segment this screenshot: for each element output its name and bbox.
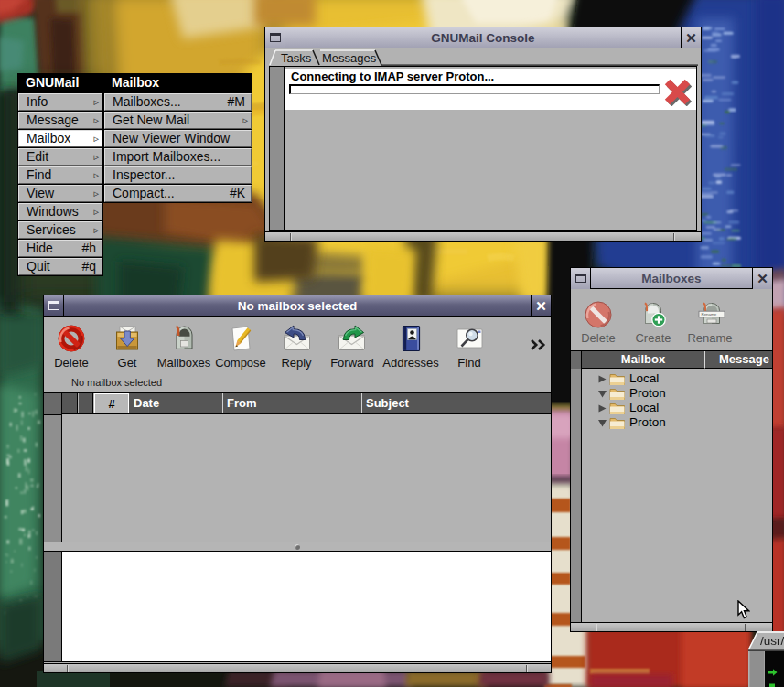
svg-text:Rename: Rename: [702, 312, 717, 317]
svg-text:/usr/: /usr/: [760, 634, 784, 648]
